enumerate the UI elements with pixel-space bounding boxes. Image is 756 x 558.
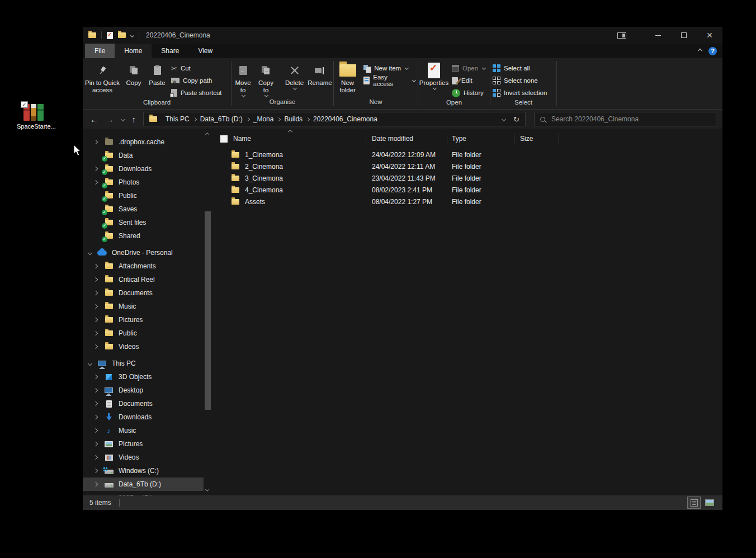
tab-view[interactable]: View: [188, 44, 222, 58]
file-row-assets[interactable]: Assets 08/04/2022 1:27 PM File folder: [212, 196, 722, 207]
tab-file[interactable]: File: [85, 44, 115, 58]
select-all-button[interactable]: Select all: [490, 62, 549, 74]
chevron-down-icon[interactable]: [88, 250, 92, 255]
file-row-2-cinemona[interactable]: 2_Cinemona 24/04/2022 12:11 AM File fold…: [212, 160, 722, 172]
nav-item-critical-reel[interactable]: Critical Reel: [83, 273, 204, 286]
history-button[interactable]: History: [450, 87, 488, 99]
title-bar[interactable]: 20220406_Cinemona: [83, 27, 722, 44]
search-box[interactable]: [534, 112, 716, 126]
address-dropdown-chevron-icon[interactable]: [502, 117, 506, 121]
address-bar[interactable]: This PC Data_6Tb (D:) _Mona Builds 20220…: [143, 112, 526, 126]
help-button[interactable]: [708, 47, 717, 55]
minimize-button[interactable]: [645, 27, 671, 44]
pin-to-quick-access-button[interactable]: Pin to Quick access: [83, 61, 122, 94]
invert-selection-button[interactable]: Invert selection: [490, 87, 549, 99]
easy-access-button[interactable]: Easy access: [361, 74, 418, 87]
nav-item-data-6tb-d[interactable]: Data_6Tb (D:): [83, 477, 204, 491]
move-to-button[interactable]: Move to: [231, 61, 254, 98]
edit-button[interactable]: Edit: [450, 74, 488, 87]
desktop-shortcut-spacestarter[interactable]: SpaceStarte...: [17, 104, 50, 130]
chevron-right-icon[interactable]: [93, 375, 98, 379]
back-button[interactable]: ←: [90, 115, 98, 124]
properties-quick-icon[interactable]: [107, 32, 113, 39]
forward-button[interactable]: →: [106, 115, 114, 124]
breadcrumb-current-folder[interactable]: 20220406_Cinemona: [309, 115, 381, 123]
rename-button[interactable]: Rename: [306, 61, 333, 87]
column-header-name[interactable]: Name: [212, 134, 366, 144]
copy-to-button[interactable]: Copy to: [254, 61, 277, 98]
chevron-right-icon[interactable]: [93, 304, 98, 309]
copy-button[interactable]: Copy: [122, 61, 145, 87]
select-none-button[interactable]: Select none: [490, 74, 549, 87]
nav-item-sent-files[interactable]: Sent files: [83, 216, 204, 229]
chevron-right-icon[interactable]: [93, 291, 98, 295]
chevron-right-icon[interactable]: [93, 140, 98, 144]
nav-item-public-dropbox[interactable]: Public: [83, 189, 204, 202]
preview-pane-toggle-button[interactable]: [611, 27, 633, 44]
nav-item-downloads-dropbox[interactable]: Downloads: [83, 162, 204, 176]
open-button[interactable]: Open: [450, 62, 488, 74]
breadcrumb-mona[interactable]: _Mona: [249, 115, 278, 123]
nav-item-public-onedrive[interactable]: Public: [83, 327, 204, 340]
chevron-right-icon[interactable]: [93, 455, 98, 460]
nav-item-videos-onedrive[interactable]: Videos: [83, 340, 204, 353]
nav-item-pictures-onedrive[interactable]: Pictures: [83, 313, 204, 327]
nav-item-music-onedrive[interactable]: Music: [83, 300, 204, 313]
nav-item-photos[interactable]: Photos: [83, 176, 204, 189]
delete-button[interactable]: Delete: [282, 61, 306, 91]
nav-item-dropbox-cache[interactable]: .dropbox.cache: [83, 135, 204, 149]
chevron-right-icon[interactable]: [93, 180, 98, 185]
tab-share[interactable]: Share: [152, 44, 188, 58]
search-input[interactable]: [551, 115, 710, 123]
file-row-1-cinemona[interactable]: 1_Cinemona 24/04/2022 12:09 AM File fold…: [212, 149, 722, 160]
column-header-type[interactable]: Type: [447, 134, 514, 144]
details-view-button[interactable]: [688, 497, 700, 508]
nav-section-onedrive[interactable]: OneDrive - Personal: [83, 246, 204, 259]
chevron-right-icon[interactable]: [93, 482, 98, 486]
chevron-right-icon[interactable]: [93, 318, 98, 322]
column-header-size[interactable]: Size: [514, 134, 559, 144]
chevron-right-icon[interactable]: [93, 167, 98, 171]
chevron-right-icon[interactable]: [93, 442, 98, 446]
recent-locations-chevron-icon[interactable]: [120, 117, 125, 121]
close-button[interactable]: [697, 27, 722, 44]
chevron-right-icon[interactable]: [93, 344, 98, 349]
chevron-down-icon[interactable]: [88, 361, 92, 366]
nav-item-shared[interactable]: Shared: [83, 229, 204, 243]
nav-item-980pro-f[interactable]: 980Pro (F:): [83, 491, 204, 495]
scrollbar-thumb[interactable]: [205, 211, 211, 410]
maximize-button[interactable]: [671, 27, 697, 44]
nav-item-desktop[interactable]: Desktop: [83, 384, 204, 397]
nav-item-saves[interactable]: Saves: [83, 202, 204, 216]
nav-item-videos[interactable]: Videos: [83, 451, 204, 464]
file-row-4-cinemona[interactable]: 4_Cinemona 08/02/2023 2:41 PM File folde…: [212, 184, 722, 196]
up-button[interactable]: ↑: [132, 115, 136, 124]
new-item-button[interactable]: New item: [361, 62, 418, 74]
chevron-right-icon[interactable]: [93, 264, 98, 268]
breadcrumb-builds[interactable]: Builds: [280, 115, 306, 123]
customize-toolbar-chevron-icon[interactable]: [130, 33, 134, 37]
paste-shortcut-button[interactable]: Paste shortcut: [169, 87, 224, 99]
nav-item-3d-objects[interactable]: 3D Objects: [83, 370, 204, 384]
nav-item-music[interactable]: Music: [83, 424, 204, 437]
copy-path-button[interactable]: Copy path: [169, 74, 224, 87]
new-folder-quick-icon[interactable]: [118, 32, 126, 38]
nav-item-downloads[interactable]: Downloads: [83, 410, 204, 424]
chevron-right-icon[interactable]: [93, 388, 98, 393]
thumbnails-view-button[interactable]: [703, 497, 716, 508]
nav-item-documents[interactable]: Documents: [83, 397, 204, 410]
scroll-down-icon[interactable]: [205, 488, 209, 491]
breadcrumb-this-pc[interactable]: This PC: [162, 115, 193, 123]
nav-item-data[interactable]: Data: [83, 149, 204, 162]
chevron-right-icon[interactable]: [93, 331, 98, 335]
properties-button[interactable]: Properties: [418, 61, 450, 91]
nav-item-attachments[interactable]: Attachments: [83, 259, 204, 273]
file-row-3-cinemona[interactable]: 3_Cinemona 23/04/2022 11:43 PM File fold…: [212, 172, 722, 184]
chevron-right-icon[interactable]: [93, 469, 98, 473]
cut-button[interactable]: Cut: [169, 62, 224, 74]
select-all-checkbox[interactable]: [220, 135, 228, 143]
scroll-up-icon[interactable]: [205, 133, 209, 136]
column-header-date-modified[interactable]: Date modified: [366, 134, 447, 144]
chevron-right-icon[interactable]: [93, 428, 98, 433]
nav-scrollbar[interactable]: [204, 129, 211, 495]
